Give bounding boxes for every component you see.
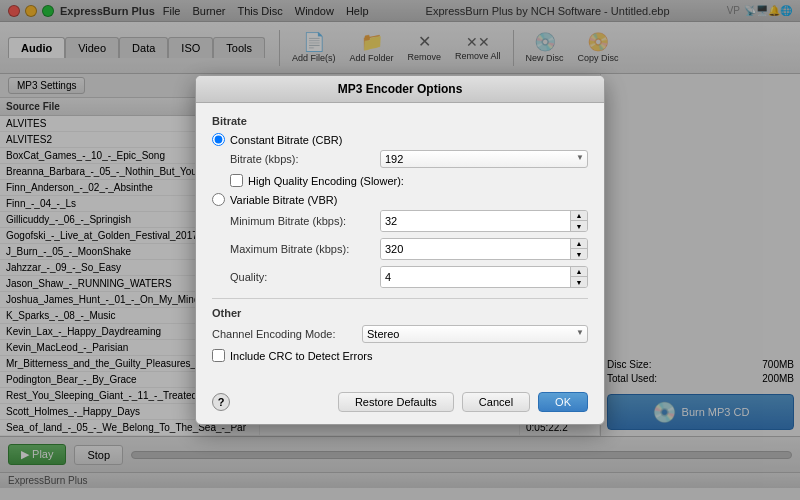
channel-label: Channel Encoding Mode: [212, 328, 362, 340]
bitrate-section: Bitrate Constant Bitrate (CBR) Bitrate (… [212, 115, 588, 288]
vbr-radio-row[interactable]: Variable Bitrate (VBR) [212, 193, 588, 206]
vbr-radio[interactable] [212, 193, 225, 206]
bitrate-section-title: Bitrate [212, 115, 588, 127]
max-bitrate-stepper-btns: ▲ ▼ [570, 239, 587, 259]
modal-overlay: MP3 Encoder Options Bitrate Constant Bit… [0, 0, 800, 500]
modal-title: MP3 Encoder Options [196, 76, 604, 103]
ok-button[interactable]: OK [538, 392, 588, 412]
restore-defaults-button[interactable]: Restore Defaults [338, 392, 454, 412]
max-bitrate-label: Maximum Bitrate (kbps): [230, 243, 380, 255]
high-quality-checkbox[interactable] [230, 174, 243, 187]
min-bitrate-up-btn[interactable]: ▲ [571, 211, 587, 221]
bitrate-select-wrap[interactable]: 192 128 256 320 [380, 150, 588, 168]
min-bitrate-stepper-btns: ▲ ▼ [570, 211, 587, 231]
high-quality-row[interactable]: High Quality Encoding (Slower): [212, 174, 588, 187]
min-bitrate-down-btn[interactable]: ▼ [571, 221, 587, 231]
help-button[interactable]: ? [212, 393, 230, 411]
min-bitrate-label: Minimum Bitrate (kbps): [230, 215, 380, 227]
cbr-radio[interactable] [212, 133, 225, 146]
max-bitrate-input[interactable] [381, 239, 570, 259]
modal-buttons: ? Restore Defaults Cancel OK [196, 384, 604, 424]
max-bitrate-down-btn[interactable]: ▼ [571, 249, 587, 259]
max-bitrate-row: Maximum Bitrate (kbps): ▲ ▼ [212, 238, 588, 260]
cancel-button[interactable]: Cancel [462, 392, 530, 412]
channel-select-wrap[interactable]: Stereo Mono Joint Stereo [362, 325, 588, 343]
quality-up-btn[interactable]: ▲ [571, 267, 587, 277]
vbr-label: Variable Bitrate (VBR) [230, 194, 337, 206]
modal-dialog: MP3 Encoder Options Bitrate Constant Bit… [195, 75, 605, 425]
other-section-title: Other [212, 307, 588, 319]
quality-input[interactable] [381, 267, 570, 287]
quality-stepper[interactable]: ▲ ▼ [380, 266, 588, 288]
quality-stepper-btns: ▲ ▼ [570, 267, 587, 287]
cbr-radio-row[interactable]: Constant Bitrate (CBR) [212, 133, 588, 146]
other-section: Other Channel Encoding Mode: Stereo Mono… [212, 307, 588, 362]
quality-down-btn[interactable]: ▼ [571, 277, 587, 287]
max-bitrate-stepper[interactable]: ▲ ▼ [380, 238, 588, 260]
cbr-label: Constant Bitrate (CBR) [230, 134, 342, 146]
bitrate-kbps-label: Bitrate (kbps): [230, 153, 380, 165]
bitrate-kbps-row: Bitrate (kbps): 192 128 256 320 [212, 150, 588, 168]
channel-mode-row: Channel Encoding Mode: Stereo Mono Joint… [212, 325, 588, 343]
max-bitrate-up-btn[interactable]: ▲ [571, 239, 587, 249]
crc-checkbox[interactable] [212, 349, 225, 362]
channel-select[interactable]: Stereo Mono Joint Stereo [362, 325, 588, 343]
crc-row[interactable]: Include CRC to Detect Errors [212, 349, 588, 362]
modal-body: Bitrate Constant Bitrate (CBR) Bitrate (… [196, 103, 604, 384]
divider [212, 298, 588, 299]
high-quality-label: High Quality Encoding (Slower): [248, 175, 404, 187]
bitrate-select[interactable]: 192 128 256 320 [380, 150, 588, 168]
quality-row: Quality: ▲ ▼ [212, 266, 588, 288]
quality-label: Quality: [230, 271, 380, 283]
crc-label: Include CRC to Detect Errors [230, 350, 372, 362]
min-bitrate-input[interactable] [381, 211, 570, 231]
min-bitrate-row: Minimum Bitrate (kbps): ▲ ▼ [212, 210, 588, 232]
min-bitrate-stepper[interactable]: ▲ ▼ [380, 210, 588, 232]
